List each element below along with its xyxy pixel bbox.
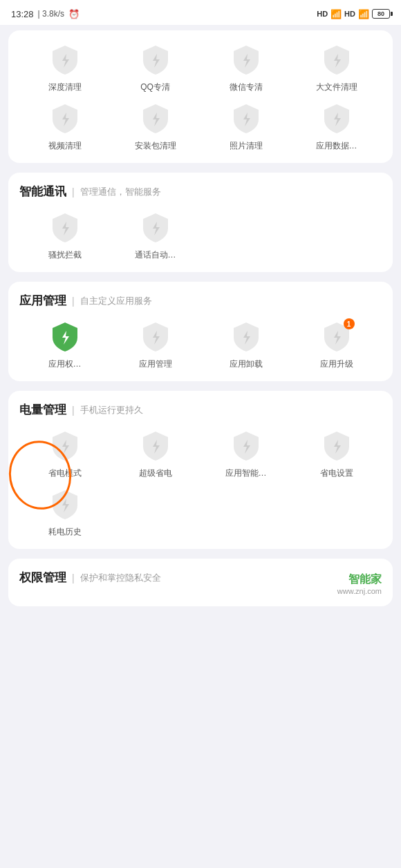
shield-icon [320,429,353,462]
alarm-icon: ⏰ [68,9,80,19]
item-call-auto[interactable]: 通话自动… [110,209,200,261]
hd-label-2: HD [344,10,355,18]
item-label: 应用管理 [139,358,172,370]
item-label: 骚扰拦截 [48,249,82,261]
item-label: 大文件清理 [316,81,357,93]
app-management-card: 应用管理 | 自主定义应用服务 应用权… [8,282,393,381]
item-spam-block[interactable]: 骚扰拦截 [19,209,110,261]
item-large-file-clean[interactable]: 大文件清理 [291,41,382,93]
item-label: 省电设置 [320,467,353,479]
battery-header: 电量管理 | 手机运行更持久 [19,402,382,418]
item-label: 超级省电 [139,467,172,479]
watermark-url: www.znj.com [337,587,382,595]
permissions-title: 权限管理 [19,570,66,586]
item-label: QQ专清 [140,81,170,93]
item-app-smart-power[interactable]: 应用智能… [200,427,291,479]
item-label: 视频清理 [48,140,82,152]
status-time: 13:28 [11,9,34,19]
item-label: 安装包清理 [135,140,176,152]
permissions-header: 权限管理 | 保护和掌控隐私安全 [19,570,382,586]
cleaning-grid-row1: 深度清理 QQ专清 微信专清 [19,41,382,93]
shield-icon [230,429,263,462]
item-photo-clean[interactable]: 照片清理 [200,100,291,152]
communication-divider: | [72,186,75,197]
item-video-clean[interactable]: 视频清理 [19,100,110,152]
item-label: 应用卸载 [230,358,263,370]
shield-icon [48,429,82,462]
shield-icon [139,102,172,135]
item-label: 应用升级 [320,358,353,370]
item-app-manage[interactable]: 应用管理 [110,318,200,370]
battery-divider: | [72,405,75,416]
item-power-history[interactable]: 耗电历史 [19,486,110,538]
item-app-upgrade[interactable]: 1 应用升级 [291,318,382,370]
communication-header: 智能通讯 | 管理通信，智能服务 [19,184,382,200]
app-management-divider: | [72,296,75,307]
shield-icon [139,43,172,76]
permissions-divider: | [72,572,75,584]
communication-title: 智能通讯 [19,184,66,200]
communication-grid: 骚扰拦截 通话自动… [19,209,382,261]
signal-icon-2: 📶 [358,9,369,19]
item-label: 应用智能… [225,467,267,479]
signal-icon-1: 📶 [330,9,342,19]
item-power-settings[interactable]: 省电设置 [291,427,382,479]
communication-subtitle: 管理通信，智能服务 [80,186,161,198]
shield-icon [48,43,82,76]
shield-icon [230,320,263,353]
battery-subtitle: 手机运行更持久 [80,404,143,416]
app-management-title: 应用管理 [19,293,66,309]
shield-icon [139,429,172,462]
item-label: 省电模式 [48,467,82,479]
item-app-data-clean[interactable]: 应用数据… [291,100,382,152]
cleaning-grid-row2: 视频清理 安装包清理 照片清理 [19,100,382,152]
item-qq-clean[interactable]: QQ专清 [110,41,200,93]
upgrade-badge: 1 [344,318,355,329]
shield-icon [48,488,82,521]
app-management-header: 应用管理 | 自主定义应用服务 [19,293,382,309]
cleaning-card: 深度清理 QQ专清 微信专清 [8,30,393,163]
main-content: 深度清理 QQ专清 微信专清 [0,25,401,621]
battery-indicator: 80 [372,9,390,19]
shield-icon [48,102,82,135]
watermark-brand: 智能家 [348,572,382,587]
item-app-permissions[interactable]: 应用权… [19,318,110,370]
item-super-power-save[interactable]: 超级省电 [110,427,200,479]
shield-icon-green [48,320,82,353]
item-label: 应用权… [48,358,82,370]
hd-label: HD [317,10,328,18]
shield-icon [230,43,263,76]
item-label: 微信专清 [230,81,263,93]
status-speed: | 3.8k/s [38,9,64,19]
app-management-grid: 应用权… 应用管理 [19,318,382,370]
shield-icon [230,102,263,135]
item-power-save[interactable]: 省电模式 [19,427,110,479]
shield-icon [139,320,172,353]
permissions-subtitle: 保护和掌控隐私安全 [80,572,161,584]
shield-icon [320,43,353,76]
battery-grid-row2: 耗电历史 [19,486,382,538]
item-deep-clean[interactable]: 深度清理 [19,41,110,93]
item-label: 应用数据… [316,140,357,152]
battery-grid-row1: 省电模式 超级省电 应用智能… [19,427,382,479]
battery-title: 电量管理 [19,402,66,418]
item-label: 通话自动… [135,249,176,261]
app-management-subtitle: 自主定义应用服务 [80,295,152,307]
shield-icon [320,102,353,135]
permissions-card: 权限管理 | 保护和掌控隐私安全 智能家 www.znj.com [8,559,393,606]
item-label: 照片清理 [230,140,263,152]
item-wechat-clean[interactable]: 微信专清 [200,41,291,93]
shield-icon [48,211,82,244]
shield-icon [139,211,172,244]
status-bar: 13:28 | 3.8k/s ⏰ HD 📶 HD 📶 80 [0,0,401,25]
battery-card: 电量管理 | 手机运行更持久 省电模式 [8,391,393,549]
status-icons-right: HD 📶 HD 📶 80 [317,9,390,19]
item-label: 深度清理 [48,81,82,93]
item-label: 耗电历史 [48,526,82,538]
communication-card: 智能通讯 | 管理通信，智能服务 骚扰拦截 [8,173,393,272]
item-apk-clean[interactable]: 安装包清理 [110,100,200,152]
item-app-uninstall[interactable]: 应用卸载 [200,318,291,370]
watermark: 智能家 www.znj.com [337,572,382,595]
